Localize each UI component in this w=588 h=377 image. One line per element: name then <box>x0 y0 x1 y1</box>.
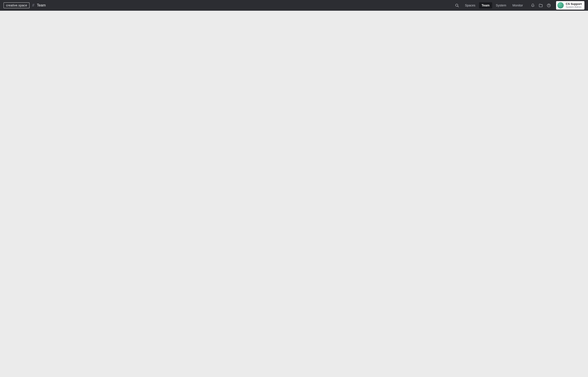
nav-links: Spaces Team System Monitor <box>462 2 526 9</box>
navbar: creative.space // Team Spaces Team Syste… <box>0 0 588 11</box>
bell-icon <box>531 4 535 7</box>
nav-link-system[interactable]: System <box>493 2 509 9</box>
folder-icon <box>539 4 543 7</box>
files-button[interactable] <box>537 2 544 9</box>
notification-bell-button[interactable] <box>529 2 536 9</box>
help-icon <box>547 4 551 7</box>
breadcrumb-current: Team <box>37 3 46 7</box>
logo[interactable]: creative.space <box>4 2 29 8</box>
breadcrumb-separator: // <box>32 3 34 7</box>
help-button[interactable] <box>545 2 552 9</box>
svg-line-1 <box>458 6 458 7</box>
user-profile[interactable]: CS Support System Admin <box>556 1 585 10</box>
nav-link-team[interactable]: Team <box>479 2 492 9</box>
nav-link-monitor[interactable]: Monitor <box>510 2 526 9</box>
logo-text: creative.space <box>6 4 27 7</box>
user-info: CS Support System Admin <box>566 2 582 9</box>
avatar <box>557 2 564 9</box>
user-name: CS Support <box>566 2 582 6</box>
search-icon-button[interactable] <box>453 2 461 9</box>
search-icon <box>455 3 459 7</box>
avatar-image <box>557 2 564 9</box>
nav-link-spaces[interactable]: Spaces <box>462 2 478 9</box>
nav-icon-buttons <box>529 2 552 9</box>
user-role: System Admin <box>566 6 582 9</box>
main-content <box>0 11 588 377</box>
